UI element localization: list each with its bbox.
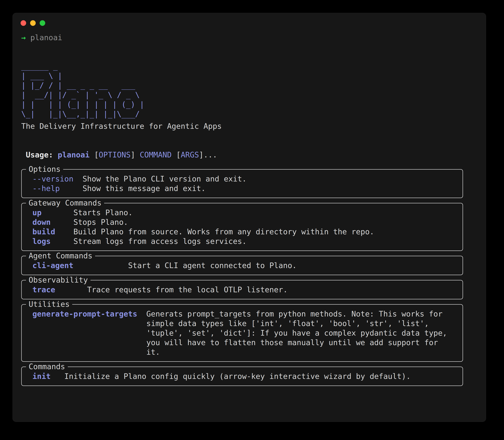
command-name: trace (32, 285, 87, 294)
panel-title: Gateway Commands (26, 198, 104, 208)
options-bracket-close: ] (131, 150, 135, 159)
panel-title: Agent Commands (26, 251, 95, 261)
help-panels: Options --version Show the Plano CLI ver… (21, 169, 479, 386)
command-name: up (32, 208, 73, 217)
panel-options: Options --version Show the Plano CLI ver… (21, 169, 463, 198)
usage-ellipsis: ... (204, 150, 217, 159)
command-row: trace Trace requests from the local OTLP… (32, 285, 456, 294)
command-name: down (32, 217, 73, 227)
command-description: Stops Plano. (73, 217, 456, 227)
panel-commands: Commands init Initialize a Plano config … (21, 367, 463, 386)
panel-title: Observability (26, 275, 91, 285)
panel-title: Options (26, 164, 63, 174)
command-description: Generats prompt_targets from python meth… (146, 309, 456, 357)
tagline: The Delivery Infrastructure for Agentic … (21, 121, 479, 131)
prompt-arrow-icon: → (21, 33, 26, 42)
usage-args: ARGS (181, 150, 199, 159)
command-row: logs Stream logs from access logs servic… (32, 236, 456, 246)
option-name: --help (32, 184, 83, 193)
shell-prompt: → planoai (21, 33, 479, 42)
prompt-command: planoai (30, 33, 62, 42)
options-bracket-open: [ (94, 150, 99, 159)
usage-options: OPTIONS (99, 150, 131, 159)
command-description: Trace requests from the local OTLP liste… (87, 285, 456, 294)
usage-command: planoai (58, 150, 90, 159)
option-description: Show the Plano CLI version and exit. (83, 174, 456, 184)
args-bracket-close: ] (199, 150, 204, 159)
command-description: Initialize a Plano config quickly (arrow… (64, 371, 456, 381)
command-name: cli-agent (32, 261, 128, 270)
command-description: Stream logs from access logs services. (73, 236, 456, 246)
panel-title: Commands (26, 362, 68, 371)
ascii-logo: ______ _ | ___ \ | | |_/ / | __ _ _ __ _… (21, 61, 479, 119)
option-description: Show this message and exit. (83, 184, 456, 193)
usage-line: Usage: planoai [OPTIONS] COMMAND [ARGS].… (21, 150, 479, 160)
usage-command-placeholder: COMMAND (140, 150, 172, 159)
command-row: generate-prompt-targets Generats prompt_… (32, 309, 456, 357)
command-name: generate-prompt-targets (32, 309, 146, 319)
command-description: Start a CLI agent connected to Plano. (128, 261, 456, 270)
command-name: logs (32, 236, 73, 246)
command-row: down Stops Plano. (32, 217, 456, 227)
command-row: build Build Plano from source. Works fro… (32, 227, 456, 236)
panel-gateway-commands: Gateway Commands up Starts Plano. down S… (21, 203, 463, 251)
option-row: --help Show this message and exit. (32, 184, 456, 193)
panel-utilities: Utilities generate-prompt-targets Genera… (21, 304, 463, 362)
option-row: --version Show the Plano CLI version and… (32, 174, 456, 184)
command-row: init Initialize a Plano config quickly (… (32, 371, 456, 381)
command-description: Build Plano from source. Works from any … (73, 227, 456, 236)
panel-agent-commands: Agent Commands cli-agent Start a CLI age… (21, 256, 463, 275)
command-description: Starts Plano. (73, 208, 456, 217)
terminal-window: → planoai ______ _ | ___ \ | | |_/ / | _… (13, 13, 486, 422)
option-name: --version (32, 174, 83, 184)
command-name: build (32, 227, 73, 236)
command-row: up Starts Plano. (32, 208, 456, 217)
terminal-content[interactable]: → planoai ______ _ | ___ \ | | |_/ / | _… (13, 13, 486, 422)
args-bracket-open: [ (176, 150, 181, 159)
panel-observability: Observability trace Trace requests from … (21, 280, 463, 299)
usage-label: Usage: (26, 150, 53, 159)
command-row: cli-agent Start a CLI agent connected to… (32, 261, 456, 270)
command-name: init (32, 371, 64, 381)
panel-title: Utilities (26, 299, 72, 309)
